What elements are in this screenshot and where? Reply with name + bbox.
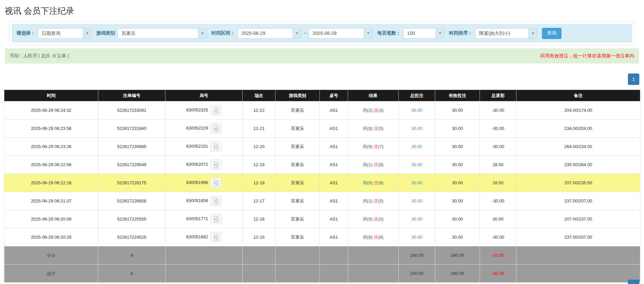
cell-time: 2025-06-29 06:20:29 bbox=[4, 228, 98, 246]
table-header-row: 时间注单编号局号场次游戏类别桌号结果总投注有效投注总派彩备注 bbox=[4, 90, 640, 101]
game-type-select[interactable]: 百家乐 ▼ bbox=[118, 28, 207, 39]
cell-valid-bet: 30.00 bbox=[435, 192, 480, 210]
chevron-down-icon[interactable]: ▼ bbox=[83, 29, 91, 38]
page-1-button[interactable]: 1 bbox=[628, 280, 639, 284]
chevron-down-icon[interactable]: ▼ bbox=[436, 29, 444, 38]
result-player-number: (0) bbox=[367, 180, 374, 185]
table-row: 2025-06-29 06:23:58522617231840630052229… bbox=[4, 120, 640, 138]
cell-remark: 235.50/264.00 bbox=[516, 156, 640, 174]
total-bet-link[interactable]: 30.00 bbox=[411, 217, 423, 222]
video-replay-button[interactable] bbox=[210, 141, 221, 152]
cell-table-no: AS1 bbox=[320, 101, 348, 120]
cell-payout: 28.50 bbox=[480, 156, 516, 174]
result-player-number: (1) bbox=[367, 198, 374, 203]
result-banker-label: 庄 bbox=[374, 217, 378, 222]
cell-payout: -30.00 bbox=[480, 138, 516, 156]
column-header: 结果 bbox=[348, 90, 399, 101]
chevron-down-icon[interactable]: ▼ bbox=[364, 29, 372, 38]
valid-bet-note: 同局有效投注，统一计算在该局第一张注单内 bbox=[540, 53, 634, 59]
video-replay-icon bbox=[213, 107, 219, 114]
cell-game-type: 百家乐 bbox=[276, 228, 320, 246]
cell-remark: 207.00/237.00 bbox=[516, 210, 640, 228]
cell-remark: 264.00/234.00 bbox=[516, 138, 640, 156]
cell-table-no: AS1 bbox=[320, 192, 348, 210]
result-banker-number: (6) bbox=[378, 180, 384, 185]
cell-valid-bet: 30.00 bbox=[435, 120, 480, 138]
time-sort-value: 降冪(由大到小) bbox=[476, 29, 529, 38]
cell-bet-id: 522617230685 bbox=[98, 138, 165, 156]
round-id-text: 630052072 bbox=[186, 162, 208, 167]
cell-session: 12-16 bbox=[243, 210, 276, 228]
filter-panel: 请选择： 日期查询 ▼ 游戏类别 百家乐 ▼ 时间区间： 2025-06-29 … bbox=[9, 21, 635, 45]
result-player-number: (9) bbox=[367, 144, 374, 149]
video-replay-button[interactable] bbox=[210, 196, 221, 206]
video-replay-button[interactable] bbox=[210, 123, 221, 134]
video-replay-icon bbox=[213, 125, 219, 132]
footer-empty-cell bbox=[276, 265, 320, 283]
total-bet-link[interactable]: 30.00 bbox=[411, 126, 423, 131]
cell-payout: 28.50 bbox=[480, 174, 516, 192]
total-bet-link[interactable]: 30.00 bbox=[411, 198, 423, 203]
query-type-select[interactable]: 日期查询 ▼ bbox=[38, 28, 92, 39]
result-banker-number: (5) bbox=[378, 217, 384, 222]
chevron-down-icon[interactable]: ▼ bbox=[198, 29, 206, 38]
cell-result: 闲(0) 庄(6) bbox=[348, 174, 399, 192]
video-replay-button[interactable] bbox=[210, 159, 221, 170]
date-to-select[interactable]: 2025-06-29 ▼ bbox=[309, 28, 373, 39]
column-header: 有效投注 bbox=[435, 90, 480, 101]
cell-bet-id: 522617233081 bbox=[98, 101, 165, 120]
video-replay-button[interactable] bbox=[210, 178, 221, 188]
result-banker-label: 庄 bbox=[374, 108, 378, 113]
round-id-text: 630051682 bbox=[186, 234, 208, 239]
footer-remark bbox=[516, 246, 640, 265]
cell-total-bet: 30.00 bbox=[399, 174, 435, 192]
round-id-text: 630052151 bbox=[186, 144, 208, 149]
footer-payout: -63.00 bbox=[480, 246, 516, 265]
cell-game-type: 百家乐 bbox=[276, 120, 320, 138]
cell-game-type: 百家乐 bbox=[276, 138, 320, 156]
date-from-select[interactable]: 2025-06-29 ▼ bbox=[238, 28, 301, 39]
result-banker-number: (8) bbox=[378, 162, 384, 167]
search-button[interactable]: 查询 bbox=[542, 28, 561, 39]
cell-table-no: AS1 bbox=[320, 228, 348, 246]
result-banker-label: 庄 bbox=[374, 180, 378, 185]
page-size-select[interactable]: 100 ▼ bbox=[403, 28, 444, 39]
date-range-separator: ~ bbox=[304, 31, 306, 36]
video-replay-button[interactable] bbox=[210, 214, 221, 224]
chevron-down-icon[interactable]: ▼ bbox=[529, 29, 537, 38]
table-row: 2025-06-29 06:21:37522617226858630051856… bbox=[4, 192, 640, 210]
cell-valid-bet: 30.00 bbox=[435, 138, 480, 156]
total-bet-link[interactable]: 30.00 bbox=[411, 108, 423, 113]
cell-remark: 204.00/174.00 bbox=[516, 101, 640, 120]
total-bet-link[interactable]: 30.00 bbox=[411, 180, 423, 185]
total-bet-link[interactable]: 30.00 bbox=[411, 144, 423, 149]
cell-time: 2025-06-29 06:23:58 bbox=[4, 120, 98, 138]
result-player-number: (2) bbox=[367, 108, 374, 113]
cell-game-type: 百家乐 bbox=[276, 156, 320, 174]
date-to-value: 2025-06-29 bbox=[309, 29, 364, 38]
cell-bet-id: 522617224525 bbox=[98, 228, 165, 246]
game-type-value: 百家乐 bbox=[118, 29, 198, 38]
cell-round-id: 630051771 bbox=[165, 210, 243, 228]
cell-table-no: AS1 bbox=[320, 138, 348, 156]
cell-time: 2025-06-29 06:22:56 bbox=[4, 156, 98, 174]
video-replay-button[interactable] bbox=[210, 105, 221, 115]
table-row: 2025-06-29 06:23:26522617230685630052151… bbox=[4, 138, 640, 156]
total-bet-link[interactable]: 30.00 bbox=[411, 162, 423, 167]
page-1-button[interactable]: 1 bbox=[628, 74, 639, 85]
chevron-down-icon[interactable]: ▼ bbox=[293, 29, 301, 38]
video-replay-button[interactable] bbox=[210, 232, 221, 242]
cell-valid-bet: 30.00 bbox=[435, 101, 480, 120]
cell-payout: -30.00 bbox=[480, 228, 516, 246]
result-player-number: (8) bbox=[367, 126, 374, 131]
total-bet-link[interactable]: 30.00 bbox=[411, 235, 423, 240]
time-sort-select[interactable]: 降冪(由大到小) ▼ bbox=[475, 28, 537, 39]
cell-total-bet: 30.00 bbox=[399, 120, 435, 138]
cell-bet-id: 522617226858 bbox=[98, 192, 165, 210]
cell-table-no: AS1 bbox=[320, 120, 348, 138]
cell-time: 2025-06-29 06:22:16 bbox=[4, 174, 98, 192]
video-replay-icon bbox=[213, 198, 219, 204]
betting-records-table: 时间注单编号局号场次游戏类别桌号结果总投注有效投注总派彩备注 2025-06-2… bbox=[4, 90, 640, 283]
cell-total-bet: 30.00 bbox=[399, 138, 435, 156]
cell-time: 2025-06-29 06:21:37 bbox=[4, 192, 98, 210]
